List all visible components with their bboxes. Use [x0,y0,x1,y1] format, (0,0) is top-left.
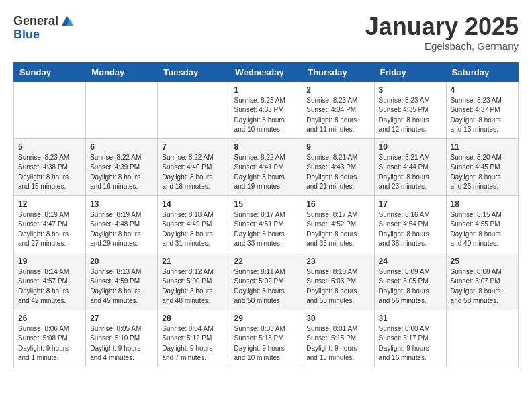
day-number: 1 [234,85,298,95]
week-row-2: 5Sunrise: 8:23 AM Sunset: 4:38 PM Daylig… [14,138,519,195]
day-info: Sunrise: 8:23 AM Sunset: 4:37 PM Dayligh… [451,96,514,135]
day-number: 30 [306,314,369,323]
logo-icon [60,13,75,28]
header-day-monday: Monday [86,62,158,81]
day-info: Sunrise: 8:18 AM Sunset: 4:49 PM Dayligh… [162,210,225,249]
day-cell-31: 31Sunrise: 8:00 AM Sunset: 5:17 PM Dayli… [374,310,446,367]
logo-general: General [13,15,58,27]
day-cell-30: 30Sunrise: 8:01 AM Sunset: 5:15 PM Dayli… [302,310,374,367]
day-cell-6: 6Sunrise: 8:22 AM Sunset: 4:39 PM Daylig… [86,138,158,195]
day-number: 4 [451,85,514,95]
header-day-sunday: Sunday [14,62,86,81]
day-cell-16: 16Sunrise: 8:17 AM Sunset: 4:52 PM Dayli… [302,195,374,253]
header-row: SundayMondayTuesdayWednesdayThursdayFrid… [14,62,519,81]
day-number: 2 [306,85,369,95]
day-number: 15 [234,199,298,209]
day-cell-19: 19Sunrise: 8:14 AM Sunset: 4:57 PM Dayli… [14,253,86,310]
empty-cell [86,81,158,138]
day-info: Sunrise: 8:22 AM Sunset: 4:40 PM Dayligh… [162,153,225,192]
week-row-5: 26Sunrise: 8:06 AM Sunset: 5:08 PM Dayli… [14,310,519,367]
day-info: Sunrise: 8:10 AM Sunset: 5:03 PM Dayligh… [306,267,369,306]
day-cell-1: 1Sunrise: 8:23 AM Sunset: 4:33 PM Daylig… [230,81,302,138]
day-number: 26 [18,314,81,323]
day-info: Sunrise: 8:04 AM Sunset: 5:12 PM Dayligh… [162,324,225,363]
day-info: Sunrise: 8:23 AM Sunset: 4:35 PM Dayligh… [379,96,442,135]
day-cell-18: 18Sunrise: 8:15 AM Sunset: 4:55 PM Dayli… [446,195,518,253]
day-info: Sunrise: 8:22 AM Sunset: 4:39 PM Dayligh… [90,153,153,192]
calendar-header: SundayMondayTuesdayWednesdayThursdayFrid… [14,62,519,81]
day-cell-7: 7Sunrise: 8:22 AM Sunset: 4:40 PM Daylig… [158,138,230,195]
header-day-tuesday: Tuesday [158,62,230,81]
day-info: Sunrise: 8:15 AM Sunset: 4:55 PM Dayligh… [451,210,514,249]
day-cell-3: 3Sunrise: 8:23 AM Sunset: 4:35 PM Daylig… [374,81,446,138]
day-cell-22: 22Sunrise: 8:11 AM Sunset: 5:02 PM Dayli… [230,253,302,310]
day-info: Sunrise: 8:13 AM Sunset: 4:59 PM Dayligh… [90,267,153,306]
day-number: 3 [379,85,442,95]
day-number: 13 [90,199,153,209]
day-number: 23 [306,257,369,266]
empty-cell [446,310,518,367]
day-info: Sunrise: 8:12 AM Sunset: 5:00 PM Dayligh… [162,267,225,306]
day-info: Sunrise: 8:08 AM Sunset: 5:07 PM Dayligh… [451,267,514,306]
day-number: 29 [234,314,298,323]
header-day-thursday: Thursday [302,62,374,81]
week-row-4: 19Sunrise: 8:14 AM Sunset: 4:57 PM Dayli… [14,253,519,310]
day-info: Sunrise: 8:14 AM Sunset: 4:57 PM Dayligh… [18,267,81,306]
day-number: 12 [18,199,81,209]
day-cell-21: 21Sunrise: 8:12 AM Sunset: 5:00 PM Dayli… [158,253,230,310]
day-cell-28: 28Sunrise: 8:04 AM Sunset: 5:12 PM Dayli… [158,310,230,367]
day-cell-29: 29Sunrise: 8:03 AM Sunset: 5:13 PM Dayli… [230,310,302,367]
day-info: Sunrise: 8:20 AM Sunset: 4:45 PM Dayligh… [451,153,514,192]
week-row-1: 1Sunrise: 8:23 AM Sunset: 4:33 PM Daylig… [14,81,519,138]
header-day-wednesday: Wednesday [230,62,302,81]
day-cell-24: 24Sunrise: 8:09 AM Sunset: 5:05 PM Dayli… [374,253,446,310]
day-number: 6 [90,142,153,152]
day-number: 5 [18,142,81,152]
day-info: Sunrise: 8:17 AM Sunset: 4:51 PM Dayligh… [234,210,298,249]
logo: General Blue [13,13,75,40]
day-number: 11 [451,142,514,152]
page-header: General Blue January 2025 Egelsbach, Ger… [13,13,519,52]
day-cell-11: 11Sunrise: 8:20 AM Sunset: 4:45 PM Dayli… [446,138,518,195]
day-info: Sunrise: 8:06 AM Sunset: 5:08 PM Dayligh… [18,324,81,363]
day-number: 14 [162,199,225,209]
day-cell-12: 12Sunrise: 8:19 AM Sunset: 4:47 PM Dayli… [14,195,86,253]
day-number: 9 [306,142,369,152]
day-number: 24 [379,257,442,266]
day-info: Sunrise: 8:16 AM Sunset: 4:54 PM Dayligh… [379,210,442,249]
day-info: Sunrise: 8:19 AM Sunset: 4:47 PM Dayligh… [18,210,81,249]
logo-blue: Blue [13,28,40,40]
day-cell-17: 17Sunrise: 8:16 AM Sunset: 4:54 PM Dayli… [374,195,446,253]
day-info: Sunrise: 8:23 AM Sunset: 4:38 PM Dayligh… [18,153,81,192]
day-number: 21 [162,257,225,266]
title-block: January 2025 Egelsbach, Germany [365,13,519,52]
day-number: 28 [162,314,225,323]
day-info: Sunrise: 8:03 AM Sunset: 5:13 PM Dayligh… [234,324,298,363]
day-cell-9: 9Sunrise: 8:21 AM Sunset: 4:43 PM Daylig… [302,138,374,195]
empty-cell [14,81,86,138]
location: Egelsbach, Germany [365,40,519,52]
day-number: 27 [90,314,153,323]
day-info: Sunrise: 8:21 AM Sunset: 4:44 PM Dayligh… [379,153,442,192]
day-cell-5: 5Sunrise: 8:23 AM Sunset: 4:38 PM Daylig… [14,138,86,195]
day-info: Sunrise: 8:23 AM Sunset: 4:34 PM Dayligh… [306,96,369,135]
day-cell-10: 10Sunrise: 8:21 AM Sunset: 4:44 PM Dayli… [374,138,446,195]
day-info: Sunrise: 8:05 AM Sunset: 5:10 PM Dayligh… [90,324,153,363]
day-number: 16 [306,199,369,209]
day-number: 19 [18,257,81,266]
day-info: Sunrise: 8:21 AM Sunset: 4:43 PM Dayligh… [306,153,369,192]
day-info: Sunrise: 8:00 AM Sunset: 5:17 PM Dayligh… [379,324,442,363]
header-day-saturday: Saturday [446,62,518,81]
day-info: Sunrise: 8:19 AM Sunset: 4:48 PM Dayligh… [90,210,153,249]
day-info: Sunrise: 8:23 AM Sunset: 4:33 PM Dayligh… [234,96,298,135]
calendar-body: 1Sunrise: 8:23 AM Sunset: 4:33 PM Daylig… [14,81,519,367]
day-info: Sunrise: 8:09 AM Sunset: 5:05 PM Dayligh… [379,267,442,306]
day-info: Sunrise: 8:01 AM Sunset: 5:15 PM Dayligh… [306,324,369,363]
week-row-3: 12Sunrise: 8:19 AM Sunset: 4:47 PM Dayli… [14,195,519,253]
day-cell-13: 13Sunrise: 8:19 AM Sunset: 4:48 PM Dayli… [86,195,158,253]
day-number: 7 [162,142,225,152]
day-cell-4: 4Sunrise: 8:23 AM Sunset: 4:37 PM Daylig… [446,81,518,138]
day-cell-26: 26Sunrise: 8:06 AM Sunset: 5:08 PM Dayli… [14,310,86,367]
empty-cell [158,81,230,138]
calendar: SundayMondayTuesdayWednesdayThursdayFrid… [13,62,519,367]
